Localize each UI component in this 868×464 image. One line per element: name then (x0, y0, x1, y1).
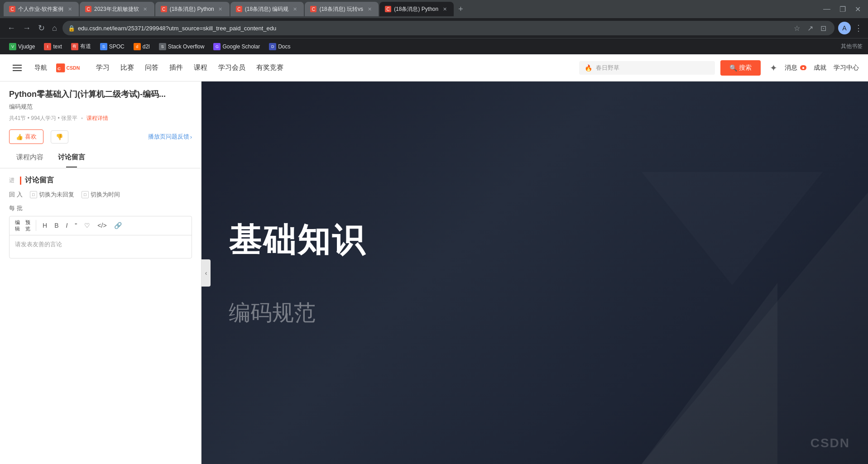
bookmark-text[interactable]: t text (40, 41, 65, 52)
switch-unresponded[interactable]: □ 切换为未回复 (30, 191, 74, 199)
tab-course-content[interactable]: 课程内容 (9, 148, 51, 168)
nav-link-learn[interactable]: 学习 (96, 63, 110, 72)
tab-3-close[interactable]: ✕ (217, 5, 224, 13)
new-tab-button[interactable]: + (455, 3, 467, 16)
csdn-watermark: CSDN (810, 436, 850, 450)
forward-button[interactable]: → (21, 22, 33, 35)
bookmark-d2l[interactable]: d d2l (130, 41, 153, 52)
hamburger-menu[interactable] (9, 61, 25, 75)
comment-section-title: 讨论留言 (25, 176, 54, 185)
cast-button[interactable]: ⊡ (818, 23, 829, 33)
course-subtitle: 编码规范 (9, 103, 192, 111)
url-actions: ☆ ↗ ⊡ (791, 23, 829, 33)
tab-4[interactable]: C (18条消息) 编码规 ✕ (230, 2, 304, 16)
nav-link-contest[interactable]: 比赛 (120, 63, 134, 72)
browser-frame: C 个人作业-软件案例 ✕ C 2023年北航敏捷软 ✕ C (18条消息) P… (0, 0, 868, 54)
quote-button[interactable]: " (72, 220, 80, 231)
svg-text:C: C (58, 66, 61, 71)
bookmark-docs[interactable]: D Docs (265, 41, 294, 52)
search-button[interactable]: 🔍 搜索 (720, 60, 761, 76)
close-window-button[interactable]: ✕ (851, 3, 864, 15)
csdn-logo-svg: C CSDN (56, 62, 83, 74)
tab-6-close[interactable]: ✕ (441, 5, 448, 13)
nav-right-icons: ✦ 消息 ● 成就 学习中心 (770, 62, 859, 73)
bookmark-page-button[interactable]: ☆ (791, 23, 803, 33)
tab-bar: C 个人作业-软件案例 ✕ C 2023年北航敏捷软 ✕ C (18条消息) P… (0, 0, 868, 18)
messages-button[interactable]: 消息 ● (785, 64, 806, 72)
maximize-button[interactable]: ❐ (836, 3, 849, 15)
nav-link-plugin[interactable]: 插件 (169, 63, 183, 72)
browser-menu-button[interactable]: ⋮ (854, 23, 863, 33)
nav-home-label: 导航 (34, 64, 47, 72)
url-text: edu.csdn.net/learn/25371/299948?utm_sour… (78, 25, 788, 32)
nav-link-course[interactable]: 课程 (194, 63, 207, 72)
achievements-button[interactable]: 成就 (814, 64, 826, 72)
comment-controls: 回 入 □ 切换为未回复 □ 切换为时间 (9, 191, 192, 199)
bold-button[interactable]: B (52, 220, 61, 231)
like-button[interactable]: 👍 喜欢 (9, 129, 43, 144)
panel-collapse-toggle[interactable]: ‹ (201, 259, 211, 287)
editor-mode-toggle[interactable]: 编 辑 (13, 218, 22, 233)
switch-icon-2: □ (82, 191, 89, 198)
comment-editor: 编 辑 预 览 H B I (9, 216, 192, 258)
stackoverflow-favicon: S (159, 43, 166, 50)
course-title: Python零基础入门(计算机二级考试)-编码... (9, 89, 192, 100)
ai-assistant-button[interactable]: ✦ (770, 62, 777, 73)
preview-mode-toggle[interactable]: 预 览 (24, 218, 32, 233)
panel-tabs: 课程内容 讨论留言 (0, 148, 201, 168)
tab-6[interactable]: C (18条消息) Python ✕ (379, 2, 454, 16)
comment-row2: 每 批 (9, 204, 192, 212)
url-bar[interactable]: 🔒 edu.csdn.net/learn/25371/299948?utm_so… (62, 21, 834, 35)
tab-1[interactable]: C 个人作业-软件案例 ✕ (4, 2, 79, 16)
tab-1-close[interactable]: ✕ (66, 5, 73, 13)
course-detail-link[interactable]: 课程详情 (86, 115, 108, 122)
preview-mode-label[interactable]: 预 览 (24, 218, 32, 233)
tab-2[interactable]: C 2023年北航敏捷软 ✕ (80, 2, 154, 16)
bookmark-stackoverflow[interactable]: S Stack Overflow (155, 41, 208, 52)
learning-center-button[interactable]: 学习中心 (834, 64, 859, 72)
nav-link-rewards[interactable]: 有奖竞赛 (256, 63, 283, 72)
csdn-logo[interactable]: C CSDN (56, 61, 83, 75)
profile-button[interactable]: A (838, 22, 851, 34)
feedback-link[interactable]: 播放页问题反馈 › (148, 133, 192, 141)
nav-link-qa[interactable]: 问答 (145, 63, 158, 72)
tab-3[interactable]: C (18条消息) Python ✕ (155, 2, 230, 16)
code-button[interactable]: </> (95, 220, 109, 231)
tab-4-close[interactable]: ✕ (291, 5, 298, 13)
comment-input-area[interactable]: 请发表友善的言论 (10, 235, 192, 258)
dislike-button[interactable]: 👎 (51, 130, 68, 144)
tab-controls: — ❐ ✕ (820, 3, 864, 15)
tab-discussion[interactable]: 讨论留言 (51, 148, 92, 168)
heading-button[interactable]: H (40, 220, 50, 231)
bookmark-stackoverflow-label: Stack Overflow (168, 43, 205, 50)
heart-button[interactable]: ♡ (82, 220, 93, 231)
tab-4-title: (18条消息) 编码规 (245, 5, 289, 13)
back-button[interactable]: ← (5, 22, 17, 35)
tab-5[interactable]: C (18条消息) 玩转vs ✕ (305, 2, 379, 16)
section-bar-indicator (20, 177, 21, 185)
link-button[interactable]: 🔗 (111, 220, 125, 231)
share-button[interactable]: ↗ (805, 23, 816, 33)
bookmark-youdao[interactable]: 有 有道 (67, 41, 95, 52)
bookmark-vjudge[interactable]: V Vjudge (5, 41, 38, 52)
nav-link-membership[interactable]: 学习会员 (218, 63, 245, 72)
lock-icon: 🔒 (68, 25, 75, 32)
tab-2-favicon: C (85, 6, 91, 12)
thumbs-down-icon: 👎 (56, 134, 63, 140)
video-text-content: 基础知识 编码规范 (201, 191, 868, 354)
home-button[interactable]: ⌂ (50, 22, 59, 35)
tab-5-close[interactable]: ✕ (366, 5, 373, 13)
minimize-button[interactable]: — (820, 3, 834, 15)
refresh-button[interactable]: ↻ (36, 21, 47, 35)
more-bookmarks[interactable]: 其他书签 (841, 43, 863, 50)
bookmarks-bar: V Vjudge t text 有 有道 S SPOC d d2l S Stac… (0, 38, 868, 54)
edit-mode-label[interactable]: 编 辑 (13, 218, 22, 233)
bookmark-youdao-label: 有道 (80, 43, 91, 50)
bookmark-googlescholar[interactable]: G Google Scholar (210, 41, 264, 52)
comment-input-label: 回 入 (9, 191, 23, 199)
italic-button[interactable]: I (63, 220, 70, 231)
bookmark-spoc[interactable]: S SPOC (96, 41, 128, 52)
switch-by-time[interactable]: □ 切换为时间 (82, 191, 120, 199)
tab-2-close[interactable]: ✕ (142, 5, 149, 13)
search-box[interactable]: 🔥 春日野草 (579, 61, 715, 75)
